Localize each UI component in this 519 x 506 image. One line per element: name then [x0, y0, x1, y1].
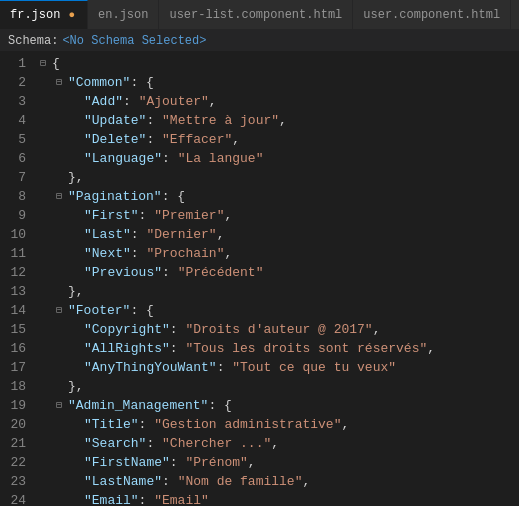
code-line: "Search": "Chercher ...",	[36, 434, 519, 453]
comma-token: ,	[302, 472, 310, 491]
colon-token: :	[123, 92, 139, 111]
line-number: 9	[0, 206, 26, 225]
line-number: 11	[0, 244, 26, 263]
tab-user-component[interactable]: user.component.html	[353, 0, 511, 30]
comma-token: ,	[341, 415, 349, 434]
str-token: "Mettre à jour"	[162, 111, 279, 130]
comma-token: ,	[224, 206, 232, 225]
str-token: "Dernier"	[146, 225, 216, 244]
key-token: "Email"	[84, 491, 139, 506]
tab-en-json[interactable]: en.json	[88, 0, 159, 30]
colon-token: :	[146, 111, 162, 130]
line-number: 7	[0, 168, 26, 187]
colon-token: :	[170, 453, 186, 472]
line-number: 6	[0, 149, 26, 168]
key-token: "Pagination"	[68, 187, 162, 206]
tab-close-icon[interactable]: ●	[66, 7, 77, 23]
fold-open-icon[interactable]: ⊟	[36, 57, 50, 71]
comma-token: ,	[427, 339, 435, 358]
str-token: "Premier"	[154, 206, 224, 225]
schema-label: Schema:	[8, 34, 58, 48]
colon-token: :	[131, 244, 147, 263]
key-token: "AnyThingYouWant"	[84, 358, 217, 377]
colon-token: :	[139, 415, 155, 434]
code-line: "Add": "Ajouter",	[36, 92, 519, 111]
code-line: "Title": "Gestion administrative",	[36, 415, 519, 434]
colon-token: :	[170, 320, 186, 339]
fold-open-icon[interactable]: ⊟	[52, 76, 66, 90]
code-line: "First": "Premier",	[36, 206, 519, 225]
key-token: "Title"	[84, 415, 139, 434]
key-token: "Delete"	[84, 130, 146, 149]
code-line: "Email": "Email"	[36, 491, 519, 506]
code-line: "Language": "La langue"	[36, 149, 519, 168]
str-token: "Tous les droits sont réservés"	[185, 339, 427, 358]
line-number: 1	[0, 54, 26, 73]
key-token: "Next"	[84, 244, 131, 263]
key-token: "AllRights"	[84, 339, 170, 358]
key-token: "Update"	[84, 111, 146, 130]
fold-open-icon[interactable]: ⊟	[52, 190, 66, 204]
str-token: "Ajouter"	[139, 92, 209, 111]
key-token: "Footer"	[68, 301, 130, 320]
editor: 1234567891011121314151617181920212223242…	[0, 52, 519, 506]
code-line: "Copyright": "Droits d'auteur @ 2017",	[36, 320, 519, 339]
code-line: "LastName": "Nom de famille",	[36, 472, 519, 491]
line-number: 2	[0, 73, 26, 92]
key-token: "Search"	[84, 434, 146, 453]
code-line: "Previous": "Précédent"	[36, 263, 519, 282]
colon-token: : {	[162, 187, 185, 206]
line-number: 8	[0, 187, 26, 206]
line-numbers: 1234567891011121314151617181920212223242…	[0, 52, 36, 506]
code-line: "Delete": "Effacer",	[36, 130, 519, 149]
code-line: ⊟{	[36, 54, 519, 73]
tab-fr-json[interactable]: fr.json●	[0, 0, 88, 30]
colon-token: :	[146, 434, 162, 453]
colon-token: :	[131, 225, 147, 244]
key-token: "First"	[84, 206, 139, 225]
fold-open-icon[interactable]: ⊟	[52, 399, 66, 413]
line-number: 19	[0, 396, 26, 415]
key-token: "Copyright"	[84, 320, 170, 339]
code-line: ⊟"Footer": {	[36, 301, 519, 320]
line-number: 18	[0, 377, 26, 396]
key-token: "Language"	[84, 149, 162, 168]
colon-token: :	[162, 149, 178, 168]
key-token: "Add"	[84, 92, 123, 111]
line-number: 24	[0, 491, 26, 506]
schema-value[interactable]: <No Schema Selected>	[62, 34, 206, 48]
line-number: 10	[0, 225, 26, 244]
code-line: "AnyThingYouWant": "Tout ce que tu veux"	[36, 358, 519, 377]
line-number: 12	[0, 263, 26, 282]
code-line: "Next": "Prochain",	[36, 244, 519, 263]
tab-user-list[interactable]: user-list.component.html	[159, 0, 353, 30]
key-token: "Previous"	[84, 263, 162, 282]
comma-token: ,	[217, 225, 225, 244]
key-token: "Common"	[68, 73, 130, 92]
fold-open-icon[interactable]: ⊟	[52, 304, 66, 318]
brace-token: },	[68, 168, 84, 187]
code-line: ⊟"Common": {	[36, 73, 519, 92]
str-token: "Tout ce que tu veux"	[232, 358, 396, 377]
comma-token: ,	[279, 111, 287, 130]
tab-label: user-list.component.html	[169, 8, 342, 22]
line-number: 13	[0, 282, 26, 301]
colon-token: :	[139, 206, 155, 225]
code-line: },	[36, 282, 519, 301]
code-line: ⊟"Pagination": {	[36, 187, 519, 206]
str-token: "Effacer"	[162, 130, 232, 149]
str-token: "Chercher ..."	[162, 434, 271, 453]
key-token: "LastName"	[84, 472, 162, 491]
str-token: "Prochain"	[146, 244, 224, 263]
brace-token: },	[68, 282, 84, 301]
line-number: 14	[0, 301, 26, 320]
schema-bar: Schema: <No Schema Selected>	[0, 30, 519, 52]
line-number: 5	[0, 130, 26, 149]
colon-token: : {	[130, 73, 153, 92]
key-token: "FirstName"	[84, 453, 170, 472]
colon-token: :	[217, 358, 233, 377]
colon-token: :	[170, 339, 186, 358]
colon-token: :	[146, 130, 162, 149]
code-area[interactable]: ⊟{⊟"Common": {"Add": "Ajouter","Update":…	[36, 52, 519, 506]
colon-token: :	[162, 263, 178, 282]
